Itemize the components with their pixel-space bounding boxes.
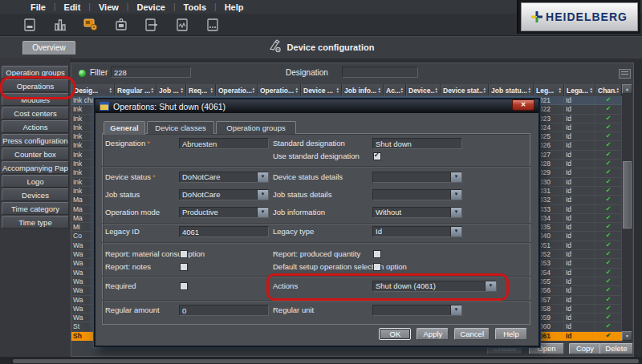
column-header-13[interactable]: Lega...▲▼ xyxy=(564,84,595,96)
cancel-button[interactable]: Cancel xyxy=(454,328,490,340)
chevron-down-icon[interactable]: ▼ xyxy=(450,172,461,182)
column-header-3[interactable]: Req...▲▼ xyxy=(186,84,216,96)
sort-icon[interactable]: ▲▼ xyxy=(483,87,486,94)
standard-designation-field[interactable] xyxy=(372,138,462,149)
operator-station-icon[interactable] xyxy=(111,17,132,33)
sort-icon[interactable]: ▲▼ xyxy=(435,87,438,94)
device-status-dropdown[interactable]: DoNotCare▼ xyxy=(179,172,269,183)
chevron-down-icon[interactable]: ▼ xyxy=(257,208,268,217)
device-status-details-dropdown[interactable]: ▼ xyxy=(372,172,462,183)
use-standard-designation-checkbox[interactable] xyxy=(373,152,381,160)
ok-button[interactable]: OK xyxy=(379,328,411,340)
regular-amount-field[interactable] xyxy=(179,305,269,316)
job-information-dropdown[interactable]: Without▼ xyxy=(372,207,462,218)
designation-filter-input[interactable] xyxy=(342,67,418,78)
sort-icon[interactable]: ▲▼ xyxy=(210,87,213,94)
sidebar-item-logo[interactable]: Logo xyxy=(2,175,69,188)
sidebar-item-accompanying-papers[interactable]: Accompanying Papers xyxy=(2,161,69,174)
sort-icon[interactable]: ▲▼ xyxy=(590,87,593,94)
sort-icon[interactable]: ▲▼ xyxy=(336,87,339,94)
report-material-checkbox[interactable] xyxy=(180,250,188,258)
job-status-dropdown[interactable]: DoNotCare▼ xyxy=(179,189,269,200)
column-header-7[interactable]: Job info...▲▼ xyxy=(342,84,384,96)
legacy-type-dropdown[interactable]: Id▼ xyxy=(372,226,462,237)
operation-mode-dropdown[interactable]: Productive▼ xyxy=(179,207,269,218)
column-header-8[interactable]: Ac...▲▼ xyxy=(384,84,406,96)
sort-icon[interactable]: ▲▼ xyxy=(559,87,562,94)
report-icon[interactable] xyxy=(19,17,40,33)
sort-icon[interactable]: ▲▼ xyxy=(378,87,381,94)
dialog-title-bar[interactable]: Operations: Shut down (4061) ✕ xyxy=(95,99,538,113)
sort-icon[interactable]: ▲▼ xyxy=(616,87,620,94)
sort-icon[interactable]: ▲▼ xyxy=(400,87,404,94)
sidebar-item-counter-box[interactable]: Counter box xyxy=(2,148,69,160)
column-header-14[interactable]: Chan...▲▼ xyxy=(595,84,622,96)
menu-item-device[interactable]: Device xyxy=(128,2,173,12)
required-checkbox[interactable] xyxy=(180,282,188,290)
column-header-12[interactable]: Leg...▲▼ xyxy=(534,84,564,96)
report-notes-checkbox[interactable] xyxy=(180,263,188,271)
apply-button[interactable]: Apply xyxy=(416,328,449,340)
sidebar-item-cost-centers[interactable]: Cost centers xyxy=(2,107,69,119)
sidebar-item-time-type[interactable]: Time type xyxy=(2,216,69,229)
scrollbar-thumb[interactable] xyxy=(623,161,632,229)
dialog-tab-general[interactable]: General xyxy=(104,121,145,135)
sidebar-item-press-configuration[interactable]: Press configuration xyxy=(2,134,69,147)
chevron-down-icon[interactable]: ▼ xyxy=(257,190,268,200)
sidebar-item-modules[interactable]: Modules xyxy=(2,93,69,106)
sort-icon[interactable]: ▲▼ xyxy=(109,87,112,94)
sidebar-item-operation-groups[interactable]: Operation groups xyxy=(2,66,69,79)
close-icon[interactable]: ✕ xyxy=(512,99,534,111)
sidebar-item-operations[interactable]: Operations xyxy=(2,79,69,92)
legacy-id-field[interactable] xyxy=(179,226,269,237)
column-header-10[interactable]: Device stat...▲▼ xyxy=(441,84,489,96)
chevron-down-icon[interactable]: ▼ xyxy=(450,305,461,315)
help-button[interactable]: Help xyxy=(495,328,527,340)
column-header-2[interactable]: Job ...▲▼ xyxy=(156,84,186,96)
chevron-down-icon[interactable]: ▼ xyxy=(450,227,461,237)
column-header-9[interactable]: Device...▲▼ xyxy=(406,84,441,96)
regular-unit-dropdown[interactable]: ▼ xyxy=(372,305,462,316)
menu-item-view[interactable]: View xyxy=(91,2,127,12)
sidebar-item-time-category[interactable]: Time category xyxy=(2,202,69,215)
sort-icon[interactable]: ▲▼ xyxy=(295,87,299,94)
chevron-down-icon[interactable]: ▼ xyxy=(450,190,461,200)
sort-icon[interactable]: ▲▼ xyxy=(528,87,531,94)
job-status-details-dropdown[interactable]: ▼ xyxy=(372,189,462,200)
sidebar-item-actions[interactable]: Actions xyxy=(2,120,69,133)
menu-item-tools[interactable]: Tools xyxy=(176,2,215,12)
copy-button[interactable]: Copy xyxy=(569,343,601,354)
column-header-4[interactable]: Operatio...▲▼ xyxy=(216,84,258,96)
data-log-icon[interactable] xyxy=(202,17,223,33)
menu-item-file[interactable]: File xyxy=(22,2,54,12)
designation-field[interactable] xyxy=(179,138,269,149)
column-config-icon[interactable] xyxy=(619,69,631,79)
scroll-down-icon[interactable]: ▼ xyxy=(622,331,632,341)
dialog-tab-device-classes[interactable]: Device classes xyxy=(147,121,214,134)
chevron-down-icon[interactable]: ▼ xyxy=(257,172,268,182)
dialog-tab-operation-groups[interactable]: Operation groups xyxy=(216,121,296,134)
chevron-down-icon[interactable]: ▼ xyxy=(485,281,496,291)
column-header-6[interactable]: Device ...▲▼ xyxy=(301,84,342,96)
column-header-1[interactable]: Regular ...▲▼ xyxy=(115,84,156,96)
sort-icon[interactable]: ▲▼ xyxy=(151,87,154,94)
default-setup-checkbox[interactable] xyxy=(373,263,381,271)
menu-item-edit[interactable]: Edit xyxy=(56,2,89,12)
column-header-11[interactable]: Job statu...▲▼ xyxy=(489,84,534,96)
column-header-5[interactable]: Operatio...▲▼ xyxy=(258,84,301,96)
device-configuration-icon[interactable] xyxy=(80,17,101,33)
report-quantity-checkbox[interactable] xyxy=(373,250,381,258)
filter-input[interactable] xyxy=(111,67,191,78)
protocol-icon[interactable] xyxy=(172,17,193,33)
sort-icon[interactable]: ▲▼ xyxy=(181,87,184,94)
scroll-up-icon[interactable]: ▲ xyxy=(622,84,632,94)
delete-button[interactable]: Delete xyxy=(599,343,633,354)
sort-icon[interactable]: ▲▼ xyxy=(252,87,255,94)
actions-dropdown[interactable]: Shut down (4061)▼ xyxy=(372,281,497,292)
vertical-scrollbar[interactable]: ▲ ▼ xyxy=(622,84,632,341)
sidebar-item-devices[interactable]: Devices xyxy=(2,188,69,201)
statistics-icon[interactable] xyxy=(50,17,71,33)
chevron-down-icon[interactable]: ▼ xyxy=(450,208,461,217)
menu-item-help[interactable]: Help xyxy=(217,2,252,12)
import-icon[interactable] xyxy=(141,17,162,33)
